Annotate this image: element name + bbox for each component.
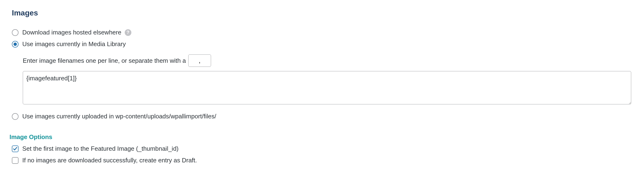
radio-icon (12, 29, 18, 36)
radio-label: Download images hosted elsewhere (22, 29, 122, 36)
radio-download-images[interactable]: Download images hosted elsewhere ? (12, 29, 632, 36)
image-options-title: Image Options (10, 133, 632, 141)
images-section-title: Images (12, 9, 632, 17)
filenames-hint-text: Enter image filenames one per line, or s… (23, 57, 186, 64)
filenames-hint-row: Enter image filenames one per line, or s… (23, 54, 632, 67)
radio-uploads-folder[interactable]: Use images currently uploaded in wp-cont… (12, 113, 632, 120)
checkbox-icon (12, 157, 18, 164)
radio-label: Use images currently uploaded in wp-cont… (22, 113, 216, 120)
checkbox-icon (12, 145, 18, 152)
checkbox-label: If no images are downloaded successfully… (22, 157, 197, 164)
checkbox-draft-on-fail[interactable]: If no images are downloaded successfully… (12, 157, 632, 164)
separator-input[interactable] (188, 54, 211, 67)
checkbox-featured-image[interactable]: Set the first image to the Featured Imag… (12, 145, 632, 152)
help-icon[interactable]: ? (125, 29, 131, 36)
radio-icon (12, 41, 18, 48)
radio-label: Use images currently in Media Library (22, 40, 126, 48)
radio-icon (12, 113, 18, 120)
radio-media-library[interactable]: Use images currently in Media Library (12, 40, 632, 48)
checkbox-label: Set the first image to the Featured Imag… (22, 145, 178, 152)
media-library-subblock: Enter image filenames one per line, or s… (23, 54, 632, 106)
filenames-textarea[interactable] (23, 71, 631, 104)
check-icon (13, 146, 18, 151)
